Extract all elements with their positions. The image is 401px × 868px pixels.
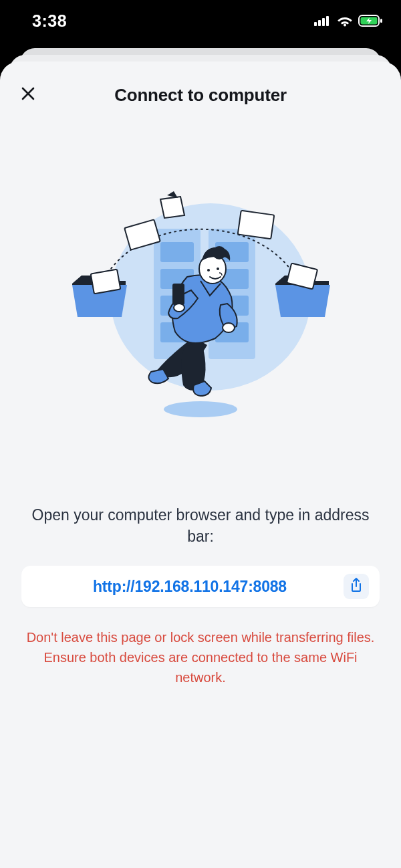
svg-point-27 [213, 246, 226, 259]
battery-charging-icon [358, 15, 382, 27]
sheet: Connect to computer [0, 62, 401, 868]
svg-rect-1 [318, 20, 321, 26]
svg-rect-18 [91, 269, 121, 294]
svg-rect-0 [314, 22, 317, 26]
share-icon [350, 577, 363, 596]
folder-icon [72, 269, 127, 317]
status-time: 3:38 [32, 11, 67, 31]
url-box: http://192.168.110.147:8088 [21, 566, 380, 607]
status-right [314, 15, 382, 27]
svg-rect-10 [160, 242, 194, 262]
svg-point-28 [207, 269, 210, 272]
cellular-icon [314, 15, 331, 26]
close-button[interactable] [16, 83, 40, 107]
share-button[interactable] [344, 574, 369, 599]
header: Connect to computer [15, 80, 386, 110]
svg-point-29 [217, 267, 219, 270]
svg-rect-21 [238, 211, 275, 239]
close-icon [20, 86, 36, 104]
svg-rect-5 [380, 19, 382, 23]
page-title: Connect to computer [114, 85, 287, 106]
svg-point-22 [164, 401, 237, 417]
wifi-icon [337, 15, 353, 27]
svg-point-25 [223, 323, 235, 332]
instruction-text: Open your computer browser and type in a… [15, 504, 386, 547]
svg-rect-2 [322, 18, 325, 26]
status-bar: 3:38 [0, 0, 401, 45]
svg-rect-3 [326, 16, 329, 26]
svg-rect-23 [172, 284, 184, 305]
warning-text: Don't leave this page or lock screen whi… [25, 627, 376, 687]
svg-point-24 [174, 304, 184, 312]
illustration [15, 183, 386, 424]
connection-url[interactable]: http://192.168.110.147:8088 [36, 578, 344, 596]
